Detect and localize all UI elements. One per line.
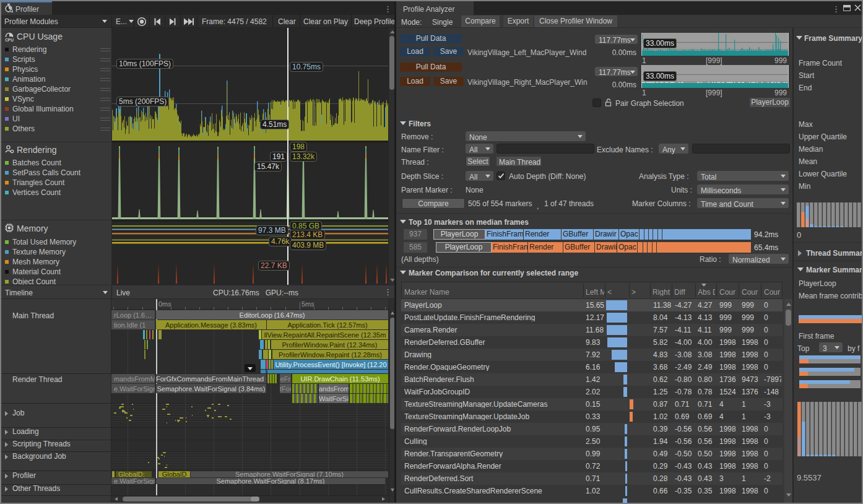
svg-text:CPU: CPU — [5, 38, 14, 42]
